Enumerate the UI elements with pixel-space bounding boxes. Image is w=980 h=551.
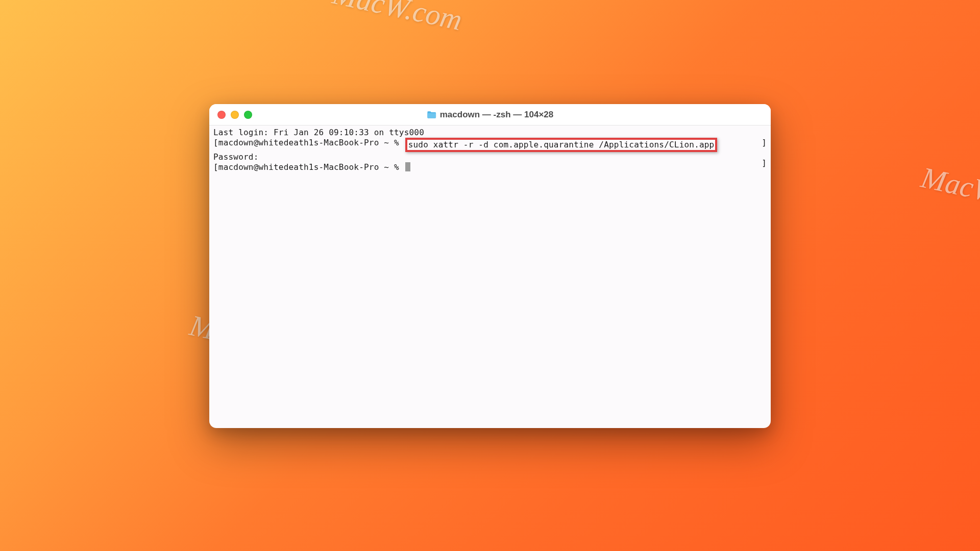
highlighted-command-box: sudo xattr -r -d com.apple.quarantine /A…	[405, 138, 718, 152]
highlighted-command-text: sudo xattr -r -d com.apple.quarantine /A…	[408, 140, 715, 149]
terminal-window[interactable]: macdown — -zsh — 104×28 Last login: Fri …	[209, 104, 771, 428]
terminal-cursor[interactable]	[405, 162, 410, 171]
terminal-line-prompt: [macdown@whitedeath1s-MacBook-Pro ~ %	[213, 162, 767, 172]
terminal-content[interactable]: Last login: Fri Jan 26 09:10:33 on ttys0…	[209, 126, 771, 174]
traffic-lights	[209, 111, 252, 119]
terminal-line-last-login: Last login: Fri Jan 26 09:10:33 on ttys0…	[213, 128, 767, 138]
watermark: MacW.com	[330, 0, 465, 37]
window-title-text: macdown — -zsh — 104×28	[440, 110, 554, 120]
right-bracket-column: ] ]	[762, 128, 767, 168]
terminal-line-command: [macdown@whitedeath1s-MacBook-Pro ~ % su…	[213, 138, 767, 152]
terminal-line-password: Password:	[213, 152, 767, 162]
desktop-background: MacW.com MacW.com MacW.com macdown — -zs…	[0, 0, 980, 551]
maximize-button[interactable]	[244, 111, 252, 119]
minimize-button[interactable]	[231, 111, 239, 119]
window-title: macdown — -zsh — 104×28	[427, 110, 554, 120]
terminal-prompt: [macdown@whitedeath1s-MacBook-Pro ~ %	[213, 138, 404, 152]
folder-icon	[427, 110, 437, 119]
terminal-prompt: [macdown@whitedeath1s-MacBook-Pro ~ %	[213, 162, 404, 172]
title-bar[interactable]: macdown — -zsh — 104×28	[209, 104, 771, 126]
watermark: MacW.com	[918, 160, 980, 221]
close-button[interactable]	[217, 111, 226, 119]
